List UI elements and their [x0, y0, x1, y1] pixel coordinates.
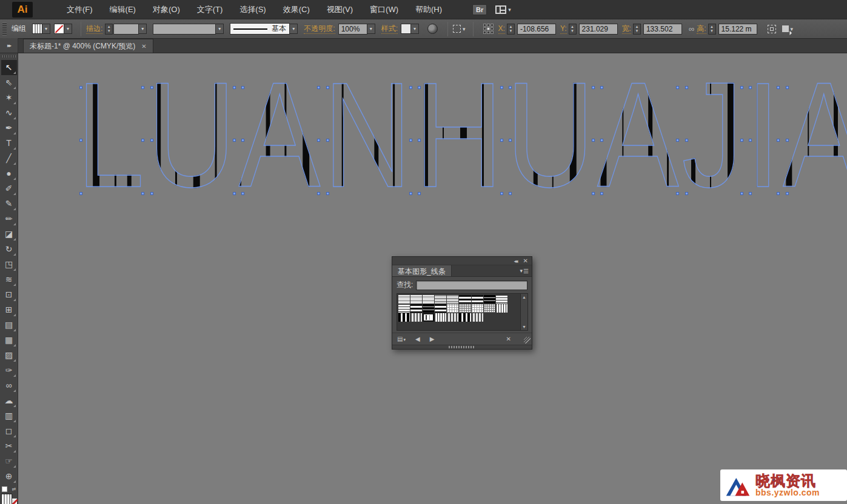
fill-color-dropdown[interactable]: ▾ [32, 24, 50, 34]
anchor-point[interactable] [500, 86, 503, 89]
stepper-down-icon[interactable]: ▼ [709, 29, 715, 33]
anchor-point[interactable] [786, 86, 789, 89]
anchor-point[interactable] [749, 86, 752, 89]
brush-swatch-15[interactable] [472, 304, 483, 313]
x-label[interactable]: X: [498, 24, 505, 34]
load-next-library-button[interactable]: ▶ [430, 336, 435, 342]
bridge-button[interactable]: Br [472, 4, 487, 15]
toolbar-collapse-button[interactable]: ▸▸ [0, 38, 18, 53]
swap-fill-stroke-icon[interactable]: ⇄ [12, 486, 16, 492]
anchor-point[interactable] [409, 192, 412, 195]
anchor-point[interactable] [685, 192, 688, 195]
brush-dropdown-arrow[interactable]: ▾ [290, 24, 298, 34]
anchor-point[interactable] [740, 86, 743, 89]
brush-swatch-4[interactable] [447, 295, 458, 303]
opacity-field[interactable]: 100% [338, 24, 367, 35]
tool-blend[interactable]: ∞ [1, 378, 17, 393]
tool-eraser[interactable]: ◪ [1, 227, 17, 242]
brush-swatch-3[interactable] [435, 295, 446, 303]
tool-zoom[interactable]: ⊕ [1, 469, 17, 484]
swatch-scrollbar[interactable]: ▲ ▼ [521, 293, 528, 331]
fill-stroke-proxy[interactable]: ⇄ [0, 486, 18, 504]
menu-对象O[interactable]: 对象(O) [144, 1, 189, 19]
panel-drag-handle[interactable] [449, 346, 475, 348]
menu-视图V[interactable]: 视图(V) [318, 1, 361, 19]
stepper-up-icon[interactable]: ▲ [709, 25, 715, 29]
anchor-point[interactable] [509, 86, 512, 89]
anchor-point[interactable] [500, 192, 503, 195]
stepper-up-icon[interactable]: ▲ [507, 25, 514, 29]
anchor-point[interactable] [141, 86, 144, 89]
anchor-point[interactable] [150, 86, 153, 89]
anchor-point[interactable] [592, 192, 595, 195]
panel-title-bar[interactable]: ◂◂ ✕ [392, 257, 532, 265]
tool-artboard[interactable]: ◻ [1, 423, 17, 439]
brush-swatch-16[interactable] [484, 304, 495, 313]
menu-文字T[interactable]: 文字(T) [189, 1, 232, 19]
brush-swatch-24[interactable] [472, 313, 483, 322]
anchor-point[interactable] [241, 192, 244, 195]
tool-rotate[interactable]: ↻ [1, 242, 17, 257]
stroke-weight-field[interactable] [113, 24, 139, 35]
tool-pen[interactable]: ✒ [1, 121, 17, 136]
tool-free-transform[interactable]: ⊡ [1, 287, 17, 302]
anchor-point[interactable] [317, 86, 320, 89]
brush-swatch-21[interactable] [435, 313, 446, 322]
anchor-point[interactable] [141, 139, 144, 142]
tool-magic-wand[interactable]: ✶ [1, 90, 17, 105]
anchor-point[interactable] [79, 86, 82, 89]
brush-swatch-17[interactable] [496, 304, 507, 313]
tool-direct-selection[interactable]: ⇖ [1, 75, 17, 90]
anchor-point[interactable] [676, 139, 679, 142]
anchor-point[interactable] [79, 139, 82, 142]
panel-tab-basic-shapes-lines[interactable]: 基本图形_线条 [392, 265, 452, 276]
tool-mesh[interactable]: ▦ [1, 333, 17, 348]
default-fill-stroke-icon[interactable] [2, 486, 7, 492]
brush-swatch-7[interactable] [484, 295, 495, 303]
opacity-dropdown[interactable]: ▾ [367, 24, 375, 34]
tool-perspective-grid[interactable]: ▤ [1, 317, 17, 333]
find-input[interactable] [416, 280, 527, 290]
stroke-weight-stepper[interactable]: ▲ ▼ [105, 24, 113, 35]
menu-效果C[interactable]: 效果(C) [275, 1, 318, 19]
constrain-proportions-icon[interactable]: ∞ [689, 24, 694, 33]
brush-swatch-12[interactable] [435, 304, 446, 313]
anchor-point[interactable] [600, 192, 603, 195]
anchor-point[interactable] [241, 139, 244, 142]
anchor-point[interactable] [676, 86, 679, 89]
y-stepper[interactable]: ▲▼ [569, 24, 577, 35]
style-label[interactable]: 样式: [381, 24, 398, 34]
select-similar-dropdown[interactable]: ▾ [782, 25, 794, 32]
style-dropdown[interactable]: ▾ [401, 24, 419, 34]
reference-point-locator[interactable] [483, 24, 494, 34]
tool-slice[interactable]: ✂ [1, 439, 17, 454]
brush-swatch-18[interactable] [398, 313, 410, 322]
anchor-point[interactable] [418, 139, 421, 142]
tool-width[interactable]: ≋ [1, 272, 17, 287]
anchor-point[interactable] [500, 139, 503, 142]
brush-swatch-5[interactable] [459, 295, 470, 303]
anchor-point[interactable] [233, 86, 236, 89]
stroke-weight-label[interactable]: 描边: [86, 24, 102, 34]
stepper-down-icon[interactable]: ▼ [634, 29, 640, 33]
anchor-point[interactable] [600, 139, 603, 142]
brush-swatch-10[interactable] [410, 304, 422, 313]
brush-swatch-22[interactable] [447, 313, 458, 322]
stepper-up-icon[interactable]: ▲ [569, 25, 576, 29]
stepper-up-icon[interactable]: ▲ [634, 25, 640, 29]
opacity-label[interactable]: 不透明度: [304, 24, 335, 34]
anchor-point[interactable] [592, 139, 595, 142]
toolbar-grip[interactable] [2, 55, 16, 58]
scroll-down-icon[interactable]: ▼ [522, 323, 526, 330]
tool-selection[interactable]: ↖ [1, 60, 17, 75]
headline-text-object[interactable]: LUANHUAJIA [76, 61, 847, 210]
tool-pencil[interactable]: ✎ [1, 196, 17, 211]
anchor-point[interactable] [509, 139, 512, 142]
anchor-point[interactable] [418, 192, 421, 195]
tool-column-graph[interactable]: ▥ [1, 408, 17, 423]
tool-shape-builder[interactable]: ⊞ [1, 302, 17, 317]
tool-hand[interactable]: ☞ [1, 454, 17, 469]
height-label[interactable]: 高: [697, 24, 706, 34]
stepper-up-icon[interactable]: ▲ [105, 25, 112, 29]
anchor-point[interactable] [233, 139, 236, 142]
